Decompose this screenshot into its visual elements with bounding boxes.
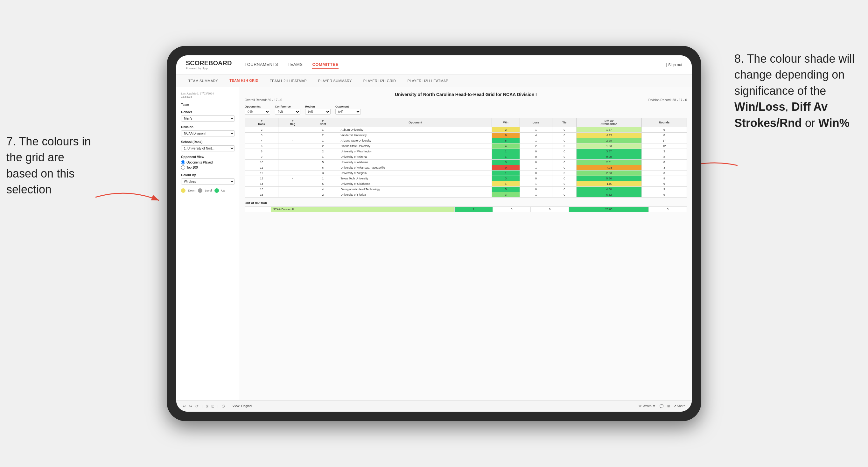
toolbar-watch[interactable]: 👁 Watch ▼ <box>639 404 655 408</box>
toolbar-comment[interactable]: 💬 <box>659 404 663 408</box>
nav-committee[interactable]: COMMITTEE <box>312 60 339 69</box>
cell-rounds: 9 <box>642 176 687 181</box>
filter-conference-select[interactable]: (All) <box>275 109 300 115</box>
cell-conf: 3 <box>307 170 339 176</box>
cell-tie: 0 <box>552 181 577 187</box>
cell-opponent: University of Virginia <box>339 170 492 176</box>
grid-title: University of North Carolina Head-to-Hea… <box>245 92 687 97</box>
colour-legend: Down Level Up <box>181 188 235 193</box>
cell-reg <box>278 144 307 149</box>
nav-tournaments[interactable]: TOURNAMENTS <box>244 60 278 69</box>
main-content: Last Updated: 27/03/2024 16:55:38 Team G… <box>176 87 692 400</box>
table-row: 9 - 1 University of Arizona 1 0 0 9.00 2 <box>245 154 687 160</box>
filter-opponent-select[interactable]: (All) <box>335 109 361 115</box>
cell-diff: -4.33 <box>577 165 642 170</box>
cell-rank: 10 <box>245 160 278 165</box>
tab-player-h2h-grid[interactable]: PLAYER H2H GRID <box>361 77 399 84</box>
cell-win: 4 <box>492 144 520 149</box>
cell-loss: 1 <box>520 138 552 144</box>
cell-loss: 2 <box>520 144 552 149</box>
sidebar-radio-group: Opponents Played Top 100 <box>181 160 235 169</box>
cell-rank: 2 <box>245 127 278 133</box>
toolbar-sep2: | <box>218 404 219 408</box>
cell-tie: 0 <box>552 170 577 176</box>
sidebar-gender-label: Gender <box>181 111 235 114</box>
toolbar-undo[interactable]: ↩ <box>183 404 186 408</box>
sidebar-radio-top100[interactable]: Top 100 <box>181 165 235 169</box>
sidebar-division-select[interactable]: NCAA Division I <box>181 130 235 136</box>
cell-conf: 2 <box>307 144 339 149</box>
sidebar-radio-opponents-played[interactable]: Opponents Played <box>181 160 235 164</box>
cell-conf: 2 <box>307 149 339 154</box>
cell-loss: 0 <box>520 154 552 160</box>
filter-opponents-select[interactable]: (All) <box>245 109 270 115</box>
col-rank: #Rank <box>245 118 278 127</box>
cell-loss: 0 <box>520 160 552 165</box>
sidebar-gender-select[interactable]: Men's <box>181 116 235 122</box>
sidebar-opponent-view-label: Opponent View <box>181 155 235 159</box>
sign-out-link[interactable]: | Sign out <box>666 63 682 67</box>
toolbar-present[interactable]: ⊞ <box>667 404 670 408</box>
toolbar-clock[interactable]: ⏱ <box>221 404 225 408</box>
toolbar-forward[interactable]: ⟳ <box>195 404 198 408</box>
cell-tie: 0 <box>552 176 577 181</box>
cell-win: 1 <box>492 149 520 154</box>
tab-player-summary[interactable]: PLAYER SUMMARY <box>316 77 354 84</box>
cell-rounds: 8 <box>642 133 687 138</box>
out-of-division-table: NCAA Division II 1 0 0 26.00 3 <box>245 207 687 212</box>
tab-team-h2h-grid[interactable]: TEAM H2H GRID <box>227 77 261 84</box>
toolbar-redo[interactable]: ↪ <box>189 404 192 408</box>
filter-row: Opponents: (All) Conference (All) Region… <box>245 105 687 115</box>
cell-rounds: 9 <box>642 181 687 187</box>
sidebar-team-section: Team <box>181 103 235 106</box>
cell-loss: 1 <box>520 127 552 133</box>
cell-diff: 1.83 <box>577 144 642 149</box>
sidebar-school-label: School (Rank) <box>181 140 235 144</box>
nav-teams[interactable]: TEAMS <box>288 60 303 69</box>
cell-conf: 6 <box>307 165 339 170</box>
sidebar-colour-by-select[interactable]: Win/loss <box>181 179 235 185</box>
cell-rounds: 8 <box>642 160 687 165</box>
cell-reg: - <box>278 138 307 144</box>
cell-reg <box>278 192 307 197</box>
cell-rounds: 3 <box>642 170 687 176</box>
cell-win: 5 <box>492 187 520 192</box>
cell-win: 3 <box>492 160 520 165</box>
cell-opponent: Texas Tech University <box>339 176 492 181</box>
cell-rank: 6 <box>245 144 278 149</box>
cell-conf: 2 <box>307 192 339 197</box>
sidebar-opponent-view-section: Opponent View Opponents Played Top 100 <box>181 155 235 169</box>
cell-opponent: University of Oklahoma <box>339 181 492 187</box>
filter-region-select[interactable]: (All) <box>305 109 331 115</box>
cell-win: 3 <box>492 192 520 197</box>
cell-win: 1 <box>492 154 520 160</box>
cell-diff: 1.67 <box>577 127 642 133</box>
toolbar-share[interactable]: ↗ Share <box>674 404 685 408</box>
toolbar-paste[interactable]: ⊡ <box>211 404 214 408</box>
annotation-right: 8. The colour shade will change dependin… <box>734 51 862 131</box>
cell-diff: 2.33 <box>577 170 642 176</box>
cell-loss: 0 <box>520 170 552 176</box>
toolbar-copy[interactable]: ⎘ <box>206 404 208 408</box>
cell-reg <box>278 181 307 187</box>
tab-team-summary[interactable]: TEAM SUMMARY <box>186 77 220 84</box>
tab-team-h2h-heatmap[interactable]: TEAM H2H HEATMAP <box>267 77 309 84</box>
cell-diff: -2.29 <box>577 133 642 138</box>
toolbar-view-label[interactable]: View: Original <box>232 404 252 408</box>
ood-win: 1 <box>454 207 493 212</box>
sidebar-school-section: School (Rank) 1. University of Nort... <box>181 140 235 151</box>
cell-conf: 1 <box>307 127 339 133</box>
sidebar-school-select[interactable]: 1. University of Nort... <box>181 145 235 151</box>
filter-opponents: Opponents: (All) <box>245 105 270 115</box>
arrow-left-icon <box>92 185 162 210</box>
cell-tie: 0 <box>552 160 577 165</box>
table-row: 15 4 Georgia Institute of Technology 5 0… <box>245 187 687 192</box>
cell-loss: 4 <box>520 133 552 138</box>
cell-win: 1 <box>492 181 520 187</box>
ood-loss: 0 <box>493 207 531 212</box>
table-row: 14 5 University of Oklahoma 1 1 0 -1.00 … <box>245 181 687 187</box>
cell-loss: 1 <box>520 181 552 187</box>
tab-player-h2h-heatmap[interactable]: PLAYER H2H HEATMAP <box>405 77 451 84</box>
bottom-toolbar: ↩ ↪ ⟳ | ⎘ ⊡ | ⏱ | View: Original 👁 Watch… <box>176 400 692 412</box>
col-diff: Diff AvStrokes/Rnd <box>577 118 642 127</box>
